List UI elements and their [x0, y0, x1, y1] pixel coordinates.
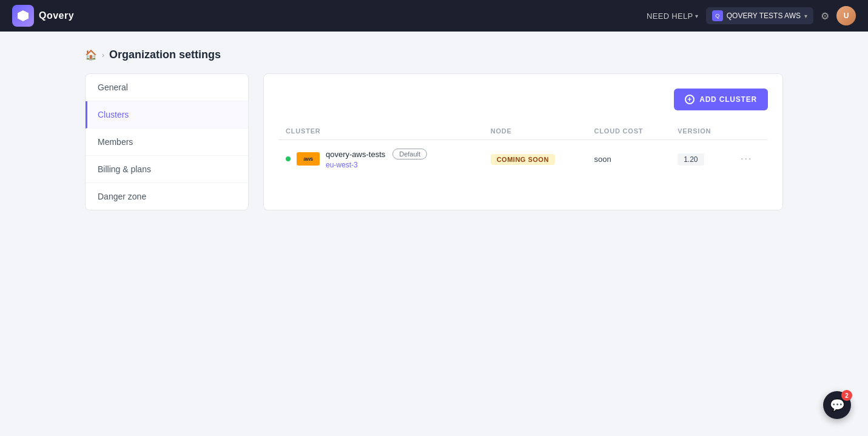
sidebar-item-general[interactable]: General	[86, 74, 248, 101]
aws-logo: aws	[297, 152, 320, 166]
cluster-name: qovery-aws-tests	[326, 150, 385, 159]
status-dot	[286, 156, 291, 161]
navbar: Qovery NEED HELP ▾ Q QOVERY TESTS AWS ▾ …	[0, 0, 868, 32]
cloud-cost-value: soon	[594, 155, 611, 164]
chat-bubble[interactable]: 💬 2	[823, 391, 851, 419]
avatar[interactable]: U	[836, 6, 856, 25]
navbar-left: Qovery	[12, 5, 74, 27]
default-badge: Default	[392, 149, 427, 159]
node-cell: COMING SOON	[483, 140, 587, 178]
org-name: QOVERY TESTS AWS	[727, 12, 801, 20]
col-actions	[733, 122, 768, 140]
cluster-table: CLUSTER NODE CLOUD COST VERSION aws	[278, 122, 768, 178]
sidebar-item-billing[interactable]: Billing & plans	[86, 156, 248, 183]
plus-icon: +	[685, 95, 695, 104]
cluster-name-wrap: qovery-aws-tests Default eu-west-3	[326, 149, 427, 169]
cluster-region: eu-west-3	[326, 161, 427, 169]
sidebar-item-danger[interactable]: Danger zone	[86, 183, 248, 210]
chevron-down-icon: ▾	[695, 13, 698, 19]
main-layout: General Clusters Members Billing & plans…	[0, 73, 868, 210]
add-cluster-label: ADD CLUSTER	[699, 95, 757, 104]
col-node: NODE	[483, 122, 587, 140]
qovery-logo-icon	[12, 5, 34, 27]
need-help-label: NEED HELP	[647, 12, 693, 21]
content-area: + ADD CLUSTER CLUSTER NODE CLOUD COST VE…	[263, 73, 783, 210]
page-title: Organization settings	[109, 49, 221, 61]
table-header: CLUSTER NODE CLOUD COST VERSION	[278, 122, 768, 140]
table-row: aws qovery-aws-tests Default eu-west-3	[278, 140, 768, 178]
breadcrumb: 🏠 › Organization settings	[0, 32, 868, 73]
avatar-initials: U	[844, 12, 849, 20]
version-badge: 1.20	[678, 153, 704, 166]
col-cloud-cost: CLOUD COST	[587, 122, 671, 140]
logo-text: Qovery	[39, 10, 74, 21]
cluster-cell: aws qovery-aws-tests Default eu-west-3	[278, 140, 483, 178]
more-options-button[interactable]: ···	[741, 153, 752, 164]
chat-badge: 2	[841, 390, 852, 401]
org-icon: Q	[712, 10, 723, 21]
coming-soon-badge: COMING SOON	[491, 154, 555, 165]
settings-icon[interactable]: ⚙	[821, 10, 829, 22]
actions-cell: ···	[733, 140, 768, 178]
sidebar-item-clusters[interactable]: Clusters	[86, 101, 248, 129]
add-cluster-button[interactable]: + ADD CLUSTER	[674, 89, 768, 110]
version-cell: 1.20	[670, 140, 733, 178]
need-help-button[interactable]: NEED HELP ▾	[647, 12, 699, 21]
content-header: + ADD CLUSTER	[278, 89, 768, 110]
home-icon[interactable]: 🏠	[85, 49, 97, 61]
cloud-cost-cell: soon	[587, 140, 671, 178]
sidebar: General Clusters Members Billing & plans…	[85, 73, 249, 210]
sidebar-item-members[interactable]: Members	[86, 129, 248, 156]
org-selector[interactable]: Q QOVERY TESTS AWS ▾	[706, 7, 813, 24]
org-chevron-icon: ▾	[804, 13, 807, 19]
breadcrumb-arrow: ›	[102, 51, 104, 59]
col-cluster: CLUSTER	[278, 122, 483, 140]
col-version: VERSION	[670, 122, 733, 140]
chat-icon: 💬	[830, 398, 845, 412]
navbar-right: NEED HELP ▾ Q QOVERY TESTS AWS ▾ ⚙ U	[647, 6, 856, 25]
